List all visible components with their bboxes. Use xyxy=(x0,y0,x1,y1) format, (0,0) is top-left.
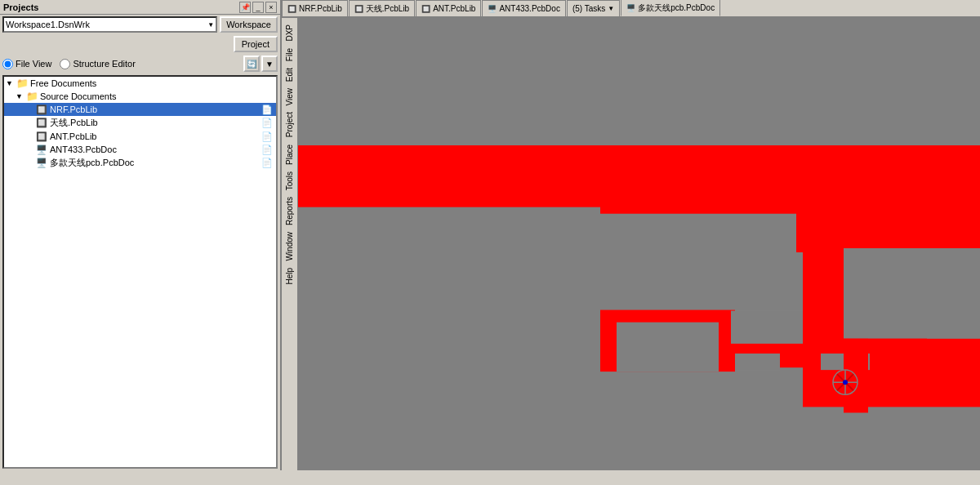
tab-nrf-icon: 🔲 xyxy=(287,5,296,13)
tab-ant-label: ANT.PcbLib xyxy=(433,4,475,13)
ant-pcblib-label: ANT.PcbLib xyxy=(50,131,96,141)
svg-rect-10 xyxy=(617,216,796,314)
workspace-button[interactable]: Workspace xyxy=(220,16,278,33)
vertical-menu-sidebar: DXP File Edit View Project Place Tools R… xyxy=(282,18,298,470)
menu-tools[interactable]: Tools xyxy=(283,168,296,194)
svg-rect-23 xyxy=(731,311,803,344)
menu-file[interactable]: File xyxy=(283,45,296,65)
nrf-doc-icon: 📄 xyxy=(261,105,273,115)
tree-item-multi-pcbdoc[interactable]: 🖥️ 多款天线pcb.PcbDoc 📄 xyxy=(4,156,276,170)
tree-item-ant433-pcbdoc[interactable]: 🖥️ ANT433.PcbDoc 📄 xyxy=(4,143,276,156)
view-mode-row: File View Structure Editor 🔄 ▼ xyxy=(0,54,280,73)
options-icon[interactable]: ▼ xyxy=(261,56,278,72)
tab-tasks[interactable]: (5) Tasks ▼ xyxy=(567,0,620,16)
left-panel: Projects 📌 _ × Workspace1.DsnWrk ▼ Works… xyxy=(0,0,282,470)
svg-rect-6 xyxy=(298,145,980,201)
tab-antenna-label: 天线.PcbLib xyxy=(366,3,409,15)
menu-project[interactable]: Project xyxy=(283,109,296,140)
ant-doc-icon: 📄 xyxy=(261,131,273,142)
right-area: 🔲 NRF.PcbLib 🔲 天线.PcbLib 🔲 ANT.PcbLib 🖥️… xyxy=(282,0,980,470)
tab-multi-icon: 🖥️ xyxy=(626,4,635,12)
tab-nrf-label: NRF.PcbLib xyxy=(299,4,342,13)
project-button[interactable]: Project xyxy=(234,36,278,52)
panel-action-icons: 🔄 ▼ xyxy=(243,56,278,72)
structure-editor-radio-label[interactable]: Structure Editor xyxy=(60,59,135,69)
pcbdoc-icon-ant433: 🖥️ xyxy=(35,144,48,155)
tab-antenna-icon: 🔲 xyxy=(354,5,363,13)
menu-help[interactable]: Help xyxy=(283,265,296,288)
pcbdoc-icon-multi: 🖥️ xyxy=(35,158,48,169)
pcblib-icon-nrf: 🔲 xyxy=(35,104,48,115)
pcb-svg xyxy=(298,18,980,470)
panel-minimize-button[interactable]: _ xyxy=(252,2,264,13)
menu-edit[interactable]: Edit xyxy=(283,65,296,85)
ant433-doc-icon: 📄 xyxy=(261,145,273,155)
multi-doc-icon: 📄 xyxy=(261,158,273,168)
file-view-label: File View xyxy=(16,59,51,69)
source-folder-icon: 📁 xyxy=(25,91,38,102)
panel-title-bar: Projects 📌 _ × xyxy=(0,0,280,15)
pcblib-icon-ant: 🔲 xyxy=(35,131,48,142)
project-row: Project xyxy=(0,34,280,54)
free-documents-label: Free Documents xyxy=(30,78,96,88)
menu-window[interactable]: Window xyxy=(283,229,296,265)
menu-place[interactable]: Place xyxy=(283,141,296,168)
tab-ant-icon: 🔲 xyxy=(421,5,430,13)
tab-bar: 🔲 NRF.PcbLib 🔲 天线.PcbLib 🔲 ANT.PcbLib 🖥️… xyxy=(282,0,980,18)
svg-point-29 xyxy=(843,380,848,385)
svg-rect-18 xyxy=(731,354,780,370)
nrf-pcblib-label: NRF.PcbLib xyxy=(50,105,97,114)
svg-rect-22 xyxy=(617,323,719,372)
tab-multi-label: 多款天线pcb.PcbDoc xyxy=(638,2,715,14)
menu-dxp[interactable]: DXP xyxy=(283,21,296,45)
tab-ant-pcblib[interactable]: 🔲 ANT.PcbLib xyxy=(416,0,481,16)
panel-title-controls: 📌 _ × xyxy=(239,2,277,13)
refresh-icon[interactable]: 🔄 xyxy=(243,56,260,72)
tasks-dropdown-icon: ▼ xyxy=(608,5,614,12)
pcblib-icon-antenna: 🔲 xyxy=(35,118,48,129)
multi-pcbdoc-label: 多款天线pcb.PcbDoc xyxy=(50,157,134,169)
expand-icon: ▼ xyxy=(6,79,16,87)
menu-reports[interactable]: Reports xyxy=(283,194,296,229)
tab-antenna-pcblib[interactable]: 🔲 天线.PcbLib xyxy=(349,0,415,16)
tab-ant433-label: ANT433.PcbDoc xyxy=(499,4,559,13)
tree-item-ant-pcblib[interactable]: 🔲 ANT.PcbLib 📄 xyxy=(4,130,276,143)
tab-nrf-pcblib[interactable]: 🔲 NRF.PcbLib xyxy=(282,0,348,16)
panel-title-text: Projects xyxy=(3,2,38,12)
tab-ant433-icon: 🖥️ xyxy=(488,5,497,13)
project-tree[interactable]: ▼ 📁 Free Documents ▼ 📁 Source Documents xyxy=(2,75,278,469)
tab-ant433-pcbdoc[interactable]: 🖥️ ANT433.PcbDoc xyxy=(482,0,565,16)
workspace-dropdown[interactable]: Workspace1.DsnWrk ▼ xyxy=(2,16,217,33)
svg-rect-9 xyxy=(600,202,803,214)
ant433-pcbdoc-label: ANT433.PcbDoc xyxy=(50,145,117,154)
content-area: DXP File Edit View Project Place Tools R… xyxy=(282,18,980,470)
antenna-pcblib-label: 天线.PcbLib xyxy=(50,117,98,129)
pcb-canvas-area[interactable] xyxy=(298,18,980,470)
dropdown-arrow-icon: ▼ xyxy=(207,21,214,29)
tree-item-antenna-pcblib[interactable]: 🔲 天线.PcbLib 📄 xyxy=(4,116,276,130)
antenna-doc-icon: 📄 xyxy=(261,118,273,128)
panel-close-button[interactable]: × xyxy=(265,2,277,13)
tree-free-documents[interactable]: ▼ 📁 Free Documents xyxy=(4,77,276,90)
expand-source-icon: ▼ xyxy=(16,92,25,100)
tab-multi-pcbdoc[interactable]: 🖥️ 多款天线pcb.PcbDoc xyxy=(621,0,720,16)
file-view-radio-label[interactable]: File View xyxy=(2,59,51,69)
workspace-value: Workspace1.DsnWrk xyxy=(6,20,90,29)
main-layout: Projects 📌 _ × Workspace1.DsnWrk ▼ Works… xyxy=(0,0,980,470)
structure-editor-radio[interactable] xyxy=(60,59,70,69)
folder-icon: 📁 xyxy=(16,78,29,89)
menu-view[interactable]: View xyxy=(283,85,296,109)
tree-source-documents[interactable]: ▼ 📁 Source Documents xyxy=(4,90,276,103)
file-view-radio[interactable] xyxy=(2,59,13,69)
source-documents-label: Source Documents xyxy=(40,91,117,101)
svg-rect-15 xyxy=(844,248,980,339)
tree-item-nrf-pcblib[interactable]: 🔲 NRF.PcbLib 📄 xyxy=(4,103,276,116)
tab-tasks-label: (5) Tasks xyxy=(572,4,605,13)
panel-pin-button[interactable]: 📌 xyxy=(239,2,251,13)
workspace-row: Workspace1.DsnWrk ▼ Workspace xyxy=(0,15,280,34)
structure-editor-label: Structure Editor xyxy=(73,59,135,69)
